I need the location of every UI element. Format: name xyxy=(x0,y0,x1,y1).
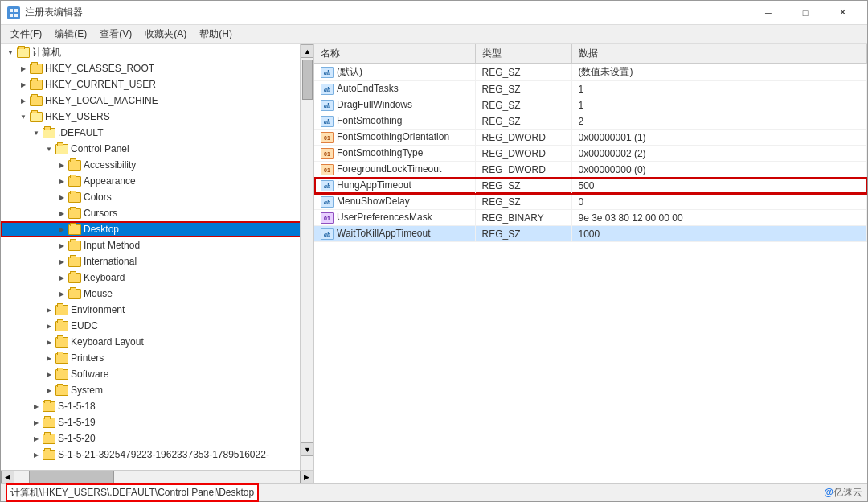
tree-item-hkey_current[interactable]: ▶HKEY_CURRENT_USER xyxy=(1,76,313,93)
cell-name-8: abMenuShowDelay xyxy=(314,194,475,210)
tree-item-desktop[interactable]: ▶Desktop xyxy=(1,221,313,237)
vertical-scrollbar[interactable]: ▲ ▼ xyxy=(300,44,313,470)
tree-item-printers[interactable]: ▶Printers xyxy=(1,350,313,366)
tree-label-s115118: S-1-5-18 xyxy=(58,401,96,412)
expand-icon-computer[interactable]: ▼ xyxy=(4,46,17,59)
reg-sz-icon: ab xyxy=(321,196,334,208)
tree-item-input_method[interactable]: ▶Input Method xyxy=(1,237,313,253)
tree-item-s115120[interactable]: ▶S-1-5-20 xyxy=(1,430,313,446)
scroll-up-button[interactable]: ▲ xyxy=(301,44,313,58)
tree-label-cursors: Cursors xyxy=(84,208,117,219)
tree-item-appearance[interactable]: ▶Appearance xyxy=(1,173,313,189)
reg-sz-icon: ab xyxy=(321,180,334,191)
scroll-down-button[interactable]: ▼ xyxy=(301,442,313,456)
tree-label-s115119: S-1-5-19 xyxy=(58,417,96,428)
expand-icon-mouse[interactable]: ▶ xyxy=(55,287,68,300)
table-row[interactable]: 01FontSmoothingOrientationREG_DWORD0x000… xyxy=(314,130,867,146)
menu-view[interactable]: 查看(V) xyxy=(93,26,138,43)
table-row[interactable]: abFontSmoothingREG_SZ2 xyxy=(314,113,867,130)
expand-icon-input_method[interactable]: ▶ xyxy=(55,239,68,252)
menu-file[interactable]: 文件(F) xyxy=(4,26,48,43)
tree-item-colors[interactable]: ▶Colors xyxy=(1,189,313,205)
cell-name-4: 01FontSmoothingOrientation xyxy=(314,130,475,146)
expand-icon-accessibility[interactable]: ▶ xyxy=(55,158,68,171)
scroll-thumb-h[interactable] xyxy=(29,471,115,484)
expand-icon-hkey_users[interactable]: ▼ xyxy=(17,110,30,123)
expand-icon-s115118[interactable]: ▶ xyxy=(30,400,43,413)
tree-item-environment[interactable]: ▶Environment xyxy=(1,302,313,318)
column-data: 数据 xyxy=(571,44,867,64)
menu-edit[interactable]: 编辑(E) xyxy=(48,26,93,43)
table-row[interactable]: abHungAppTimeoutREG_SZ500 xyxy=(314,178,867,194)
folder-icon-international xyxy=(68,257,81,267)
scroll-left-button[interactable]: ◀ xyxy=(1,471,14,484)
tree-label-s115120: S-1-5-20 xyxy=(58,433,96,444)
tree-item-computer[interactable]: ▼计算机 xyxy=(1,44,313,60)
table-row[interactable]: ab(默认)REG_SZ(数值未设置) xyxy=(314,64,867,81)
expand-icon-s115121[interactable]: ▶ xyxy=(30,448,43,461)
scroll-right-button[interactable]: ▶ xyxy=(300,471,313,484)
cell-type-7: REG_SZ xyxy=(475,178,571,194)
tree-item-s115121[interactable]: ▶S-1-5-21-3925479223-1962337353-17895160… xyxy=(1,446,313,463)
maximize-button[interactable]: □ xyxy=(787,1,824,25)
folder-icon-keyboard_layout xyxy=(55,337,68,348)
expand-icon-international[interactable]: ▶ xyxy=(55,255,68,268)
menu-favorites[interactable]: 收藏夹(A) xyxy=(138,26,193,43)
folder-icon-hkey_current xyxy=(30,80,43,90)
tree-container[interactable]: ▼计算机▶HKEY_CLASSES_ROOT▶HKEY_CURRENT_USER… xyxy=(1,44,313,470)
cell-name-7: abHungAppTimeout xyxy=(314,178,475,194)
table-row[interactable]: 01FontSmoothingTypeREG_DWORD0x00000002 (… xyxy=(314,146,867,162)
tree-item-accessibility[interactable]: ▶Accessibility xyxy=(1,157,313,173)
expand-icon-hkey_classes[interactable]: ▶ xyxy=(17,62,30,75)
table-row[interactable]: 01UserPreferencesMaskREG_BINARY9e 3e 03 … xyxy=(314,210,867,226)
close-button[interactable]: ✕ xyxy=(824,1,861,25)
table-row[interactable]: abAutoEndTasksREG_SZ1 xyxy=(314,81,867,97)
tree-item-default[interactable]: ▼.DEFAULT xyxy=(1,125,313,141)
tree-item-international[interactable]: ▶International xyxy=(1,253,313,270)
tree-item-software[interactable]: ▶Software xyxy=(1,366,313,382)
tree-item-s115119[interactable]: ▶S-1-5-19 xyxy=(1,414,313,430)
expand-icon-appearance[interactable]: ▶ xyxy=(55,175,68,187)
expand-icon-s115120[interactable]: ▶ xyxy=(30,432,43,445)
status-path: 计算机\HKEY_USERS\.DEFAULT\Control Panel\De… xyxy=(6,483,259,502)
tree-item-keyboard[interactable]: ▶Keyboard xyxy=(1,270,313,286)
tree-item-keyboard_layout[interactable]: ▶Keyboard Layout xyxy=(1,334,313,350)
tree-item-hkey_users[interactable]: ▼HKEY_USERS xyxy=(1,109,313,125)
tree-item-cursors[interactable]: ▶Cursors xyxy=(1,205,313,221)
expand-icon-default[interactable]: ▼ xyxy=(30,126,43,139)
tree-item-hkey_local[interactable]: ▶HKEY_LOCAL_MACHINE xyxy=(1,93,313,109)
minimize-button[interactable]: ─ xyxy=(750,1,787,25)
table-row[interactable]: 01ForegroundLockTimeoutREG_DWORD0x000000… xyxy=(314,162,867,178)
tree-item-control_panel[interactable]: ▼Control Panel xyxy=(1,141,313,157)
folder-icon-s115120 xyxy=(43,434,55,444)
reg-dword-icon: 01 xyxy=(321,148,334,159)
expand-icon-cursors[interactable]: ▶ xyxy=(55,207,68,220)
expand-icon-eudc[interactable]: ▶ xyxy=(43,319,55,332)
expand-icon-colors[interactable]: ▶ xyxy=(55,191,68,204)
scroll-thumb[interactable] xyxy=(302,60,313,100)
expand-icon-s115119[interactable]: ▶ xyxy=(30,416,43,429)
expand-icon-keyboard_layout[interactable]: ▶ xyxy=(43,335,55,348)
table-row[interactable]: abMenuShowDelayREG_SZ0 xyxy=(314,194,867,210)
expand-icon-system[interactable]: ▶ xyxy=(43,384,55,397)
table-row[interactable]: abDragFullWindowsREG_SZ1 xyxy=(314,97,867,113)
table-row[interactable]: abWaitToKillAppTimeoutREG_SZ1000 xyxy=(314,226,867,242)
expand-icon-hkey_current[interactable]: ▶ xyxy=(17,78,30,91)
tree-item-eudc[interactable]: ▶EUDC xyxy=(1,318,313,334)
expand-icon-printers[interactable]: ▶ xyxy=(43,352,55,364)
title-controls: ─ □ ✕ xyxy=(750,1,861,25)
expand-icon-keyboard[interactable]: ▶ xyxy=(55,271,68,284)
expand-icon-desktop[interactable]: ▶ xyxy=(55,223,68,236)
content-area: ▼计算机▶HKEY_CLASSES_ROOT▶HKEY_CURRENT_USER… xyxy=(1,44,867,483)
tree-item-mouse[interactable]: ▶Mouse xyxy=(1,286,313,302)
expand-icon-software[interactable]: ▶ xyxy=(43,368,55,381)
horizontal-scrollbar[interactable]: ◀ ▶ xyxy=(1,470,313,483)
registry-table-container: 名称 类型 数据 ab(默认)REG_SZ(数值未设置)abAutoEndTas… xyxy=(314,44,867,483)
expand-icon-control_panel[interactable]: ▼ xyxy=(43,142,55,155)
tree-item-system[interactable]: ▶System xyxy=(1,382,313,398)
expand-icon-hkey_local[interactable]: ▶ xyxy=(17,94,30,107)
tree-item-hkey_classes[interactable]: ▶HKEY_CLASSES_ROOT xyxy=(1,60,313,76)
tree-item-s115118[interactable]: ▶S-1-5-18 xyxy=(1,398,313,414)
menu-help[interactable]: 帮助(H) xyxy=(193,26,239,43)
expand-icon-environment[interactable]: ▶ xyxy=(43,303,55,316)
